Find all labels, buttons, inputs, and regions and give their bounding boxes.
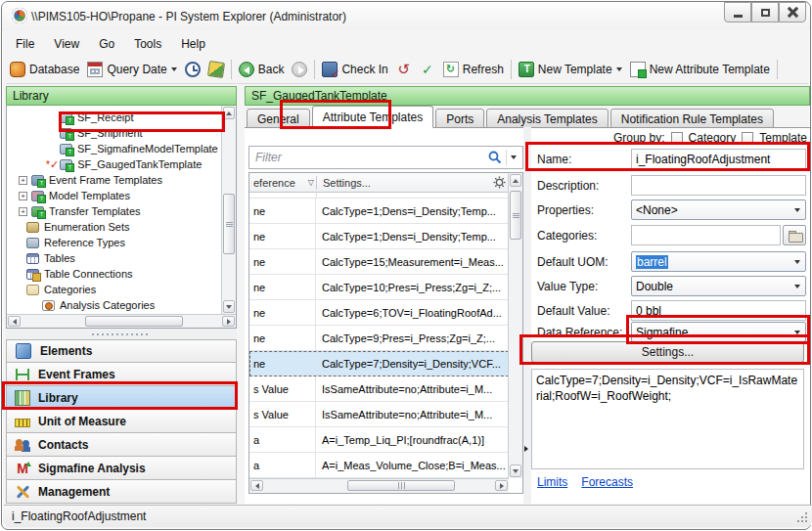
- filter-box[interactable]: Filter: [248, 146, 523, 169]
- tree-item[interactable]: +Model Templates: [7, 188, 236, 203]
- tab-ports[interactable]: Ports: [435, 109, 484, 128]
- nav-item-management[interactable]: Management: [6, 480, 237, 504]
- new-attribute-template-button[interactable]: New Attribute Template: [626, 60, 774, 79]
- grid-row[interactable]: aA=i_Temp_Liq_PI;[roundfrac(A,1)]: [249, 427, 509, 453]
- expand-icon[interactable]: +: [19, 176, 27, 185]
- event-frame-template-icon: [31, 175, 44, 186]
- menu-help[interactable]: Help: [171, 34, 215, 54]
- expand-icon[interactable]: +: [19, 192, 27, 200]
- undo-checkout-button[interactable]: ↺: [392, 60, 416, 79]
- forward-button[interactable]: [288, 60, 311, 79]
- categories-browse-button[interactable]: [783, 225, 806, 245]
- limits-link[interactable]: Limits: [537, 475, 567, 489]
- nav-item-library[interactable]: Library: [6, 386, 237, 410]
- menu-file[interactable]: File: [6, 34, 44, 54]
- group-by-template-checkbox[interactable]: [742, 132, 753, 144]
- tools-icon: [15, 484, 30, 500]
- palette-button[interactable]: [204, 60, 228, 79]
- tree-item[interactable]: Categories: [7, 282, 236, 297]
- default-uom-dropdown[interactable]: barrel: [631, 251, 806, 272]
- group-by-category-checkbox[interactable]: [671, 132, 683, 144]
- element-template-icon: [60, 159, 72, 170]
- grid-row[interactable]: s ValueIsSameAttribute=no;Attribute=i_M.…: [249, 376, 509, 402]
- grid-row[interactable]: neCalcType=10;Pres=i_Press;Zg=i_Z;...: [249, 275, 509, 300]
- settings-text-area[interactable]: CalcType=7;Density=i_Density;VCF=i_IsRaw…: [531, 369, 804, 469]
- splitter-grip-icon: [92, 333, 151, 335]
- tab-general[interactable]: General: [247, 109, 310, 128]
- maximize-button[interactable]: [751, 2, 779, 22]
- grid-row[interactable]: neCalcType=15;Measurement=i_Meas...: [249, 249, 509, 275]
- nav-item-unit-of-measure[interactable]: Unit of Measure: [6, 410, 237, 433]
- query-date-button[interactable]: Query Date: [83, 60, 180, 79]
- reference-types-icon: [26, 238, 39, 248]
- attribute-grid: eference▽ Settings... neCalcType=1;Dens=…: [248, 172, 523, 494]
- check-in-icon: [322, 62, 338, 77]
- name-input[interactable]: i_FloatingRoofAdjustment: [631, 149, 806, 169]
- tree-item[interactable]: SF_Shipment: [7, 125, 236, 141]
- tree-item[interactable]: Enumeration Sets: [7, 219, 236, 235]
- tree-item[interactable]: Tables: [7, 250, 236, 266]
- categories-input[interactable]: [631, 225, 781, 245]
- grid-row[interactable]: neCalcType=9;Pres=i_Press;Zg=i_Z;...: [249, 326, 509, 351]
- menu-tools[interactable]: Tools: [124, 34, 171, 54]
- tab-analysis-templates[interactable]: Analysis Templates: [486, 109, 609, 128]
- tree-horizontal-scrollbar[interactable]: [7, 314, 236, 328]
- tree-item-label: SF_SigmafineModelTemplate: [77, 143, 218, 155]
- back-button[interactable]: Back: [235, 60, 289, 79]
- new-template-button[interactable]: New Template: [515, 60, 626, 79]
- data-reference-dropdown[interactable]: Sigmafine: [631, 322, 806, 342]
- description-input[interactable]: [631, 175, 806, 196]
- tree-item[interactable]: Analysis Categories: [7, 297, 236, 313]
- nav-item-event-frames[interactable]: Event Frames: [6, 363, 237, 386]
- tree-item-selected[interactable]: *✓SF_GaugedTankTemplate: [7, 156, 236, 172]
- grid-row[interactable]: aA=i_Meas_Volume_Close;B=i_Meas...: [249, 453, 509, 478]
- menu-go[interactable]: Go: [89, 34, 124, 54]
- new-attribute-template-label: New Attribute Template: [650, 63, 770, 76]
- resize-grip[interactable]: [796, 511, 808, 523]
- tree-item[interactable]: Table Connections: [7, 266, 236, 282]
- tree-item[interactable]: +Transfer Templates: [7, 203, 236, 219]
- check-in-button[interactable]: Check In: [318, 60, 391, 79]
- tree-item[interactable]: SF_SigmafineModelTemplate: [7, 141, 236, 156]
- gear-icon[interactable]: [493, 176, 506, 189]
- tree-item[interactable]: +Event Frame Templates: [7, 172, 236, 188]
- tab-notification-rule-templates[interactable]: Notification Rule Templates: [610, 109, 774, 128]
- settings-column-header[interactable]: Settings...: [323, 177, 371, 189]
- tab-attribute-templates[interactable]: Attribute Templates: [312, 106, 434, 128]
- element-template-icon: [60, 128, 72, 139]
- grid-row[interactable]: s ValueIsSameAttribute=no;Attribute=i_M.…: [249, 402, 509, 427]
- title-bar[interactable]: \\PIMS105-HO\Propane - PI System Explore…: [2, 2, 810, 30]
- menu-view[interactable]: View: [44, 34, 89, 54]
- minimize-button[interactable]: [724, 2, 751, 22]
- grid-horizontal-scrollbar[interactable]: [249, 478, 509, 493]
- default-value-label: Default Value:: [537, 304, 631, 318]
- grid-row[interactable]: neCalcType=1;Dens=i_Density;Temp...: [249, 199, 509, 224]
- grid-properties-splitter[interactable]: [523, 127, 531, 504]
- default-value-input[interactable]: 0 bbl: [631, 300, 806, 321]
- grid-row[interactable]: neCalcType=6;TOV=i_FloatingRoofAd...: [249, 300, 509, 326]
- value-type-dropdown[interactable]: Double: [631, 276, 806, 296]
- grid-vertical-scrollbar[interactable]: [508, 173, 522, 478]
- apply-button[interactable]: ✓: [416, 60, 439, 79]
- reference-column-header[interactable]: eference: [253, 177, 295, 189]
- expand-icon[interactable]: +: [19, 207, 27, 216]
- close-button[interactable]: [779, 2, 806, 22]
- properties-dropdown[interactable]: <None>: [631, 199, 806, 220]
- forecasts-link[interactable]: Forecasts: [581, 475, 633, 489]
- time-button[interactable]: [181, 60, 204, 79]
- nav-item-sigmafine-analysis[interactable]: MSigmafine Analysis: [6, 457, 237, 480]
- tree-item[interactable]: Reference Types: [7, 235, 236, 250]
- filter-dropdown-icon[interactable]: [511, 155, 517, 159]
- database-button[interactable]: Database: [6, 60, 83, 79]
- panel-splitter[interactable]: [6, 329, 237, 339]
- tree-item[interactable]: SF_Receipt: [7, 110, 236, 125]
- nav-item-elements[interactable]: Elements: [6, 339, 237, 363]
- nav-item-contacts[interactable]: Contacts: [6, 433, 237, 457]
- refresh-button[interactable]: Refresh: [439, 60, 508, 79]
- collapse-arrow-icon[interactable]: [524, 446, 528, 452]
- tree-vertical-scrollbar[interactable]: [221, 106, 236, 314]
- grid-header[interactable]: eference▽ Settings...: [249, 173, 509, 193]
- settings-button[interactable]: Settings...: [531, 341, 804, 363]
- grid-row[interactable]: neCalcType=1;Dens=i_Density;Temp...: [249, 224, 509, 249]
- grid-row-selected[interactable]: neCalcType=7;Density=i_Density;VCF...: [249, 351, 509, 376]
